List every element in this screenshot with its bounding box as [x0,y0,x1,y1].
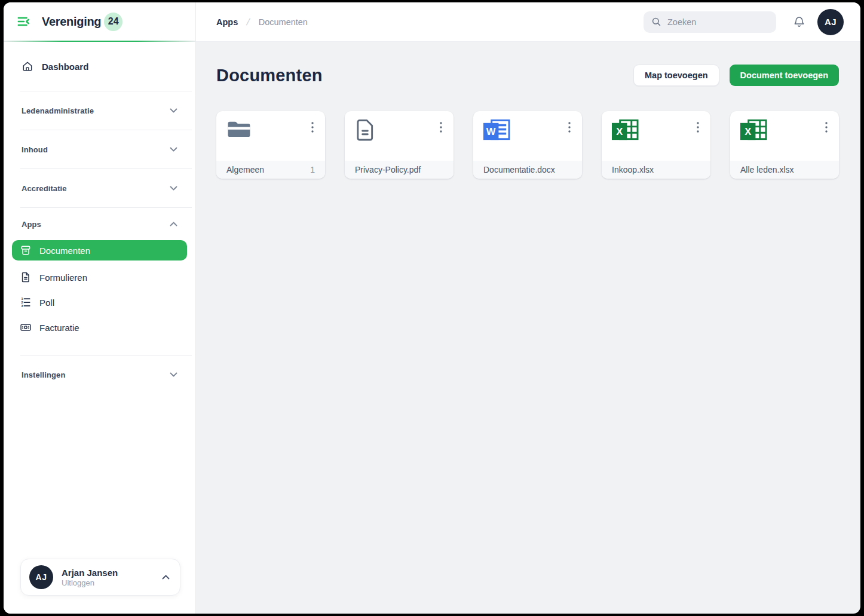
card-footer: Privacy-Policy.pdf [345,161,454,179]
search-input[interactable] [667,17,769,27]
sidebar-section-apps[interactable]: Apps [4,208,195,240]
brand-logo: Vereniging 24 [42,13,122,31]
card-footer: Alle leden.xlsx [730,161,839,179]
chevron-down-icon [170,108,177,113]
home-icon [22,60,33,72]
card-menu-button[interactable] [436,119,446,136]
add-folder-button[interactable]: Map toevoegen [633,65,719,86]
file-card-alle-leden[interactable]: X Alle leden.xlsx [730,111,839,179]
sidebar-item-label: Facturatie [39,323,79,333]
file-card-documentatie[interactable]: W Documentatie.docx [473,111,582,179]
card-footer: Documentatie.docx [473,161,582,179]
breadcrumb: Apps / Documenten [216,17,308,27]
form-document-icon [20,271,32,283]
sidebar-item-dashboard[interactable]: Dashboard [12,55,187,78]
card-label: Alle leden.xlsx [740,165,794,174]
bell-icon [793,16,805,28]
sidebar-nav: Dashboard Ledenadministratie Inhoud Accr… [4,42,195,614]
chevron-down-icon [170,372,177,377]
add-document-button[interactable]: Document toevoegen [730,65,839,86]
card-footer: Algemeen 1 [216,161,325,179]
file-card-privacy-policy[interactable]: Privacy-Policy.pdf [345,111,454,179]
card-menu-button[interactable] [693,119,703,136]
user-menu[interactable]: AJ Arjan Jansen Uitloggen [20,559,180,596]
kebab-icon [697,122,699,133]
logo-bar: Vereniging 24 [4,2,195,41]
page-title: Documenten [216,66,323,85]
folder-card-algemeen[interactable]: Algemeen 1 [216,111,325,179]
sidebar-item-poll[interactable]: 123 Poll [12,290,187,314]
card-top: X [730,111,839,161]
topbar: Apps / Documenten AJ [196,2,860,42]
sidebar-item-formulieren[interactable]: Formulieren [12,265,187,289]
kebab-icon [825,122,828,133]
card-top: W [473,111,582,161]
excel-file-icon: X [612,119,639,143]
card-label: Algemeen [226,165,264,174]
section-label: Apps [22,220,41,229]
card-top [345,111,454,161]
svg-text:X: X [616,126,623,137]
card-footer: Inkoop.xlsx [602,161,710,179]
card-menu-button[interactable] [821,119,832,136]
card-label: Privacy-Policy.pdf [355,165,421,174]
sidebar-item-facturatie[interactable]: Facturatie [12,315,187,339]
kebab-icon [440,122,442,133]
breadcrumb-apps[interactable]: Apps [216,17,238,27]
card-top: X [602,111,710,161]
breadcrumb-current: Documenten [259,17,308,27]
card-top [216,111,325,161]
document-grid: Algemeen 1 Privacy-Pol [216,111,839,179]
section-label: Ledenadministratie [22,106,94,115]
folder-item-count: 1 [310,165,315,174]
sidebar-section-ledenadministratie[interactable]: Ledenadministratie [4,91,195,130]
card-menu-button[interactable] [307,119,318,136]
content: Documenten Map toevoegen Document toevoe… [196,42,860,614]
logout-link[interactable]: Uitloggen [62,578,118,587]
card-label: Documentatie.docx [483,165,555,174]
sidebar-section-instellingen[interactable]: Instellingen [4,355,195,394]
chevron-up-icon [170,222,177,226]
svg-text:X: X [744,126,751,137]
chevron-down-icon [170,186,177,191]
sidebar-item-label: Poll [39,298,54,308]
sidebar-item-label: Formulieren [39,272,87,283]
sidebar-section-accreditatie[interactable]: Accreditatie [4,169,195,207]
banknote-icon [20,321,32,333]
user-name: Arjan Jansen [62,567,118,579]
breadcrumb-separator: / [246,17,251,27]
collapse-menu-icon [17,14,31,29]
chevron-down-icon [170,147,177,152]
sidebar-item-documenten[interactable]: Documenten [12,240,187,261]
topbar-right: AJ [644,9,844,35]
search-box [644,11,776,33]
pdf-file-icon [355,119,375,142]
sidebar: Vereniging 24 Dashboard Ledenadministrat… [4,2,196,614]
excel-file-icon: X [740,119,767,143]
brand-badge: 24 [104,13,122,31]
sidebar-section-inhoud[interactable]: Inhoud [4,130,195,168]
card-menu-button[interactable] [564,119,575,136]
section-label: Accreditatie [22,184,67,193]
avatar[interactable]: AJ [817,9,844,35]
word-file-icon: W [483,119,510,143]
svg-text:W: W [486,126,496,137]
chevron-up-icon [162,575,170,580]
numbered-list-icon: 123 [20,296,32,308]
svg-text:3: 3 [22,304,23,308]
brand-name: Vereniging [42,15,101,29]
main-area: Apps / Documenten AJ Documenten Map toev… [196,2,860,614]
avatar: AJ [29,565,53,589]
user-info: Arjan Jansen Uitloggen [62,567,118,588]
section-label: Inhoud [22,145,48,154]
kebab-icon [568,122,571,133]
section-label: Instellingen [22,370,65,379]
file-card-inkoop[interactable]: X Inkoop.xlsx [602,111,710,179]
kebab-icon [311,122,314,133]
sidebar-collapse-button[interactable] [16,13,32,30]
header-buttons: Map toevoegen Document toevoegen [633,65,839,86]
notifications-button[interactable] [793,16,805,28]
sidebar-item-label: Documenten [39,246,90,256]
sidebar-item-label: Dashboard [42,62,88,72]
search-icon [651,16,662,27]
